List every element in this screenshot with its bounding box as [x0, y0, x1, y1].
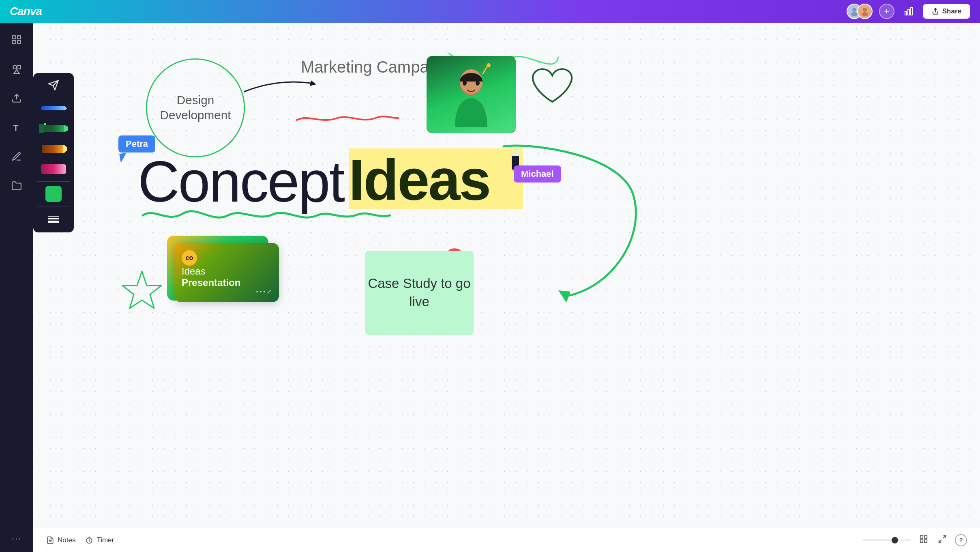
michael-cursor-label: Michael: [514, 165, 561, 183]
svg-rect-10: [13, 41, 16, 44]
analytics-button[interactable]: [901, 4, 916, 19]
sidebar-item-text[interactable]: T: [8, 118, 26, 136]
svg-rect-6: [911, 8, 912, 15]
svg-point-28: [463, 81, 467, 86]
color-swatch[interactable]: [37, 185, 70, 203]
stroke-width-icon[interactable]: [37, 210, 70, 228]
zoom-thumb[interactable]: [892, 537, 898, 543]
bottombar: Notes Timer ?: [33, 528, 980, 552]
case-study-text: Case Study to go live: [365, 275, 474, 311]
svg-point-3: [862, 12, 868, 16]
share-button[interactable]: Share: [923, 4, 970, 19]
svg-marker-35: [558, 290, 570, 303]
svg-rect-13: [17, 65, 21, 69]
svg-point-2: [863, 8, 867, 12]
red-underline: [293, 110, 402, 128]
sidebar-item-upload[interactable]: [8, 89, 26, 107]
svg-text:Development: Development: [160, 108, 231, 122]
timer-label: Timer: [96, 536, 114, 544]
svg-text:Design: Design: [177, 93, 214, 107]
svg-point-31: [487, 63, 491, 67]
ideas-text[interactable]: Ideas: [349, 147, 490, 213]
svg-point-0: [852, 8, 856, 12]
canvas[interactable]: Design Development Marketing Campaign: [33, 23, 980, 528]
bottombar-right: ?: [862, 533, 967, 547]
add-people-button[interactable]: +: [879, 4, 894, 19]
notes-button[interactable]: Notes: [46, 536, 75, 544]
timer-button[interactable]: Timer: [85, 536, 114, 544]
svg-marker-25: [310, 80, 316, 86]
svg-marker-14: [14, 70, 19, 73]
svg-point-29: [476, 81, 480, 86]
highlighter-tool[interactable]: [37, 140, 70, 158]
bottombar-left: Notes Timer: [46, 536, 114, 544]
zoom-track[interactable]: [862, 539, 911, 541]
grid-view-button[interactable]: [918, 533, 930, 547]
svg-rect-40: [924, 536, 927, 538]
svg-rect-34: [512, 152, 519, 156]
pencil-tool[interactable]: [37, 99, 70, 117]
ideas-presentation-card[interactable]: co Ideas Presentation • • • ⤢: [167, 236, 268, 301]
photo-woman[interactable]: [427, 56, 516, 133]
topbar: Canva + Share: [0, 0, 980, 23]
svg-line-30: [482, 66, 487, 74]
ideas-card-title-line2: Presentation: [182, 277, 272, 288]
svg-rect-4: [905, 11, 907, 15]
eraser-tool[interactable]: [37, 160, 70, 178]
zoom-control[interactable]: [862, 539, 911, 541]
svg-rect-9: [17, 36, 21, 39]
marker-tool[interactable]: [37, 120, 70, 137]
help-button[interactable]: ?: [955, 534, 967, 546]
design-development-circle[interactable]: Design Development: [143, 55, 248, 161]
svg-text:T: T: [13, 123, 18, 133]
sidebar: T ···: [0, 23, 33, 552]
svg-point-1: [851, 12, 858, 16]
sidebar-item-folder[interactable]: [8, 177, 26, 195]
case-study-card[interactable]: Case Study to go live: [365, 251, 474, 335]
tools-panel: [33, 73, 74, 232]
svg-line-44: [939, 540, 941, 542]
ideas-card-title-line1: Ideas: [182, 266, 272, 277]
arrow-right: [240, 75, 321, 101]
help-label: ?: [959, 537, 963, 543]
star-doodle: [122, 269, 162, 316]
heart-doodle: [528, 63, 577, 110]
svg-rect-20: [48, 218, 59, 219]
svg-line-43: [943, 536, 946, 538]
concept-text[interactable]: Concept: [138, 148, 344, 215]
svg-rect-42: [924, 540, 927, 542]
svg-rect-19: [48, 216, 59, 217]
svg-rect-39: [920, 536, 923, 538]
svg-rect-41: [920, 540, 923, 542]
svg-rect-8: [13, 36, 16, 39]
canva-logo: Canva: [10, 5, 42, 18]
svg-rect-21: [48, 221, 59, 223]
avatar-user2[interactable]: [857, 4, 873, 19]
topbar-right: + Share: [847, 4, 970, 19]
svg-point-12: [13, 65, 17, 69]
svg-rect-11: [17, 41, 21, 44]
fullscreen-button[interactable]: [936, 533, 948, 547]
send-arrow-icon[interactable]: [46, 78, 61, 92]
sidebar-item-grid[interactable]: [8, 31, 26, 49]
svg-rect-5: [908, 9, 909, 15]
sidebar-item-draw[interactable]: [8, 148, 26, 165]
sidebar-item-elements[interactable]: [8, 60, 26, 78]
sidebar-more-button[interactable]: ···: [12, 533, 21, 544]
ideas-card-logo: co: [182, 250, 197, 266]
notes-label: Notes: [58, 536, 75, 544]
share-label: Share: [942, 7, 961, 15]
ideas-card-dots: • • • ⤢: [182, 288, 272, 295]
